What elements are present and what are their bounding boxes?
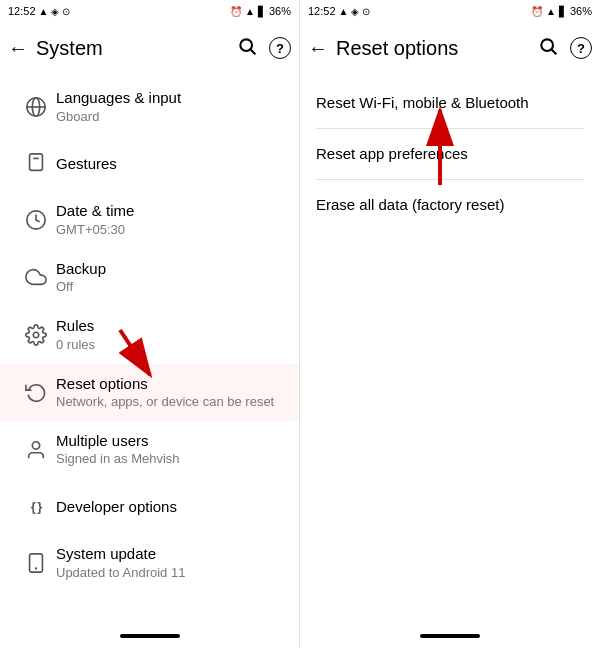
left-status-right: ⏰ ▲ ▋ 36% bbox=[230, 5, 291, 17]
svg-line-13 bbox=[552, 49, 557, 54]
settings-item-users[interactable]: Multiple users Signed in as Mehvish bbox=[0, 421, 299, 478]
right-status-left: 12:52 ▲ ◈ ⊙ bbox=[308, 5, 370, 17]
svg-rect-5 bbox=[30, 154, 43, 171]
update-title: System update bbox=[56, 544, 283, 564]
left-help-button[interactable]: ? bbox=[269, 37, 291, 59]
users-subtitle: Signed in as Mehvish bbox=[56, 451, 283, 468]
left-back-button[interactable]: ← bbox=[8, 33, 36, 64]
right-signal-icon: ◈ bbox=[351, 6, 359, 17]
gestures-text: Gestures bbox=[56, 154, 283, 174]
left-nav-indicator bbox=[120, 634, 180, 638]
left-status-left: 12:52 ▲ ◈ ⊙ bbox=[8, 5, 70, 17]
right-header: ← Reset options ? bbox=[300, 22, 600, 74]
right-bottom-indicator bbox=[300, 624, 600, 648]
update-subtitle: Updated to Android 11 bbox=[56, 565, 283, 582]
left-panel: 12:52 ▲ ◈ ⊙ ⏰ ▲ ▋ 36% ← System ? bbox=[0, 0, 300, 648]
right-page-title: Reset options bbox=[336, 37, 538, 60]
reset-title: Reset options bbox=[56, 374, 283, 394]
settings-item-reset[interactable]: Reset options Network, apps, or device c… bbox=[0, 364, 299, 421]
reset-app-item[interactable]: Reset app preferences bbox=[300, 129, 600, 179]
right-battery-text: 36% bbox=[570, 5, 592, 17]
left-alarm-icon: ⏰ bbox=[230, 6, 242, 17]
left-settings-list: Languages & input Gboard Gestures bbox=[0, 74, 299, 624]
right-wifi-icon: ▲ bbox=[546, 6, 556, 17]
factory-reset-item[interactable]: Erase all data (factory reset) bbox=[300, 180, 600, 230]
left-battery-icon: ▋ bbox=[258, 6, 266, 17]
left-header-icons: ? bbox=[237, 36, 291, 61]
users-title: Multiple users bbox=[56, 431, 283, 451]
svg-line-1 bbox=[251, 49, 256, 54]
reset-wifi-title: Reset Wi-Fi, mobile & Bluetooth bbox=[316, 94, 529, 111]
right-header-icons: ? bbox=[538, 36, 592, 61]
update-icon bbox=[16, 552, 56, 574]
rules-subtitle: 0 rules bbox=[56, 337, 283, 354]
right-help-button[interactable]: ? bbox=[570, 37, 592, 59]
svg-point-9 bbox=[32, 441, 39, 448]
svg-point-12 bbox=[541, 39, 553, 51]
settings-item-gestures[interactable]: Gestures bbox=[0, 135, 299, 191]
right-battery-icon: ▋ bbox=[559, 6, 567, 17]
factory-reset-title: Erase all data (factory reset) bbox=[316, 196, 504, 213]
settings-item-backup[interactable]: Backup Off bbox=[0, 249, 299, 306]
datetime-subtitle: GMT+05:30 bbox=[56, 222, 283, 239]
right-time: 12:52 bbox=[308, 5, 336, 17]
reset-app-title: Reset app preferences bbox=[316, 145, 468, 162]
settings-item-developer[interactable]: { } Developer options bbox=[0, 478, 299, 534]
clock-icon bbox=[16, 209, 56, 231]
left-page-title: System bbox=[36, 37, 237, 60]
reset-text: Reset options Network, apps, or device c… bbox=[56, 374, 283, 411]
settings-item-datetime[interactable]: Date & time GMT+05:30 bbox=[0, 191, 299, 248]
reset-icon bbox=[16, 381, 56, 403]
settings-item-update[interactable]: System update Updated to Android 11 bbox=[0, 534, 299, 591]
right-alarm-icon: ⏰ bbox=[531, 6, 543, 17]
users-icon bbox=[16, 439, 56, 461]
settings-item-languages[interactable]: Languages & input Gboard bbox=[0, 78, 299, 135]
right-status-right: ⏰ ▲ ▋ 36% bbox=[531, 5, 592, 17]
developer-icon: { } bbox=[16, 499, 56, 514]
left-bottom-indicator bbox=[0, 624, 299, 648]
update-text: System update Updated to Android 11 bbox=[56, 544, 283, 581]
right-back-button[interactable]: ← bbox=[308, 33, 336, 64]
globe-icon bbox=[16, 96, 56, 118]
right-location-icon: ▲ bbox=[339, 6, 349, 17]
backup-title: Backup bbox=[56, 259, 283, 279]
left-location-icon: ▲ bbox=[39, 6, 49, 17]
gestures-title: Gestures bbox=[56, 154, 283, 174]
svg-point-8 bbox=[33, 332, 39, 338]
left-search-button[interactable] bbox=[237, 36, 257, 61]
right-nav-indicator bbox=[420, 634, 480, 638]
developer-title: Developer options bbox=[56, 497, 283, 517]
left-cast-icon: ⊙ bbox=[62, 6, 70, 17]
rules-text: Rules 0 rules bbox=[56, 316, 283, 353]
languages-text: Languages & input Gboard bbox=[56, 88, 283, 125]
svg-point-0 bbox=[240, 39, 252, 51]
right-search-button[interactable] bbox=[538, 36, 558, 61]
datetime-title: Date & time bbox=[56, 201, 283, 221]
left-header: ← System ? bbox=[0, 22, 299, 74]
gesture-icon bbox=[16, 152, 56, 174]
right-status-bar: 12:52 ▲ ◈ ⊙ ⏰ ▲ ▋ 36% bbox=[300, 0, 600, 22]
users-text: Multiple users Signed in as Mehvish bbox=[56, 431, 283, 468]
languages-title: Languages & input bbox=[56, 88, 283, 108]
right-panel: 12:52 ▲ ◈ ⊙ ⏰ ▲ ▋ 36% ← Reset options ? bbox=[300, 0, 600, 648]
backup-subtitle: Off bbox=[56, 279, 283, 296]
right-cast-icon: ⊙ bbox=[362, 6, 370, 17]
left-signal-icon: ◈ bbox=[51, 6, 59, 17]
left-wifi-icon: ▲ bbox=[245, 6, 255, 17]
rules-title: Rules bbox=[56, 316, 283, 336]
reset-wifi-item[interactable]: Reset Wi-Fi, mobile & Bluetooth bbox=[300, 78, 600, 128]
left-time: 12:52 bbox=[8, 5, 36, 17]
rules-icon bbox=[16, 324, 56, 346]
left-battery-text: 36% bbox=[269, 5, 291, 17]
left-status-bar: 12:52 ▲ ◈ ⊙ ⏰ ▲ ▋ 36% bbox=[0, 0, 299, 22]
reset-subtitle: Network, apps, or device can be reset bbox=[56, 394, 283, 411]
cloud-icon bbox=[16, 266, 56, 288]
datetime-text: Date & time GMT+05:30 bbox=[56, 201, 283, 238]
settings-item-rules[interactable]: Rules 0 rules bbox=[0, 306, 299, 363]
right-options-list: Reset Wi-Fi, mobile & Bluetooth Reset ap… bbox=[300, 74, 600, 624]
developer-text: Developer options bbox=[56, 497, 283, 517]
backup-text: Backup Off bbox=[56, 259, 283, 296]
languages-subtitle: Gboard bbox=[56, 109, 283, 126]
